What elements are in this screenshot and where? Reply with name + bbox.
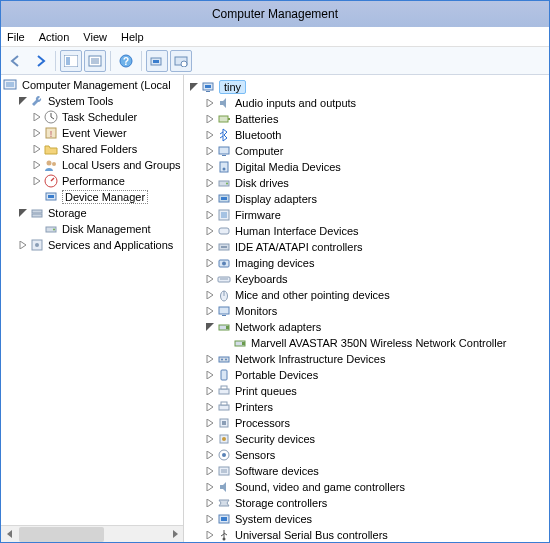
- collapse-icon[interactable]: [17, 207, 29, 219]
- tree-shared-folders[interactable]: Shared Folders: [3, 141, 183, 157]
- expand-icon[interactable]: [204, 369, 216, 381]
- expand-icon[interactable]: [204, 209, 216, 221]
- device-category[interactable]: Storage controllers: [186, 495, 549, 511]
- device-root[interactable]: tiny: [186, 79, 549, 95]
- expand-icon[interactable]: [204, 385, 216, 397]
- expand-icon[interactable]: [17, 239, 29, 251]
- device-category[interactable]: Digital Media Devices: [186, 159, 549, 175]
- expand-icon[interactable]: [204, 193, 216, 205]
- expand-icon[interactable]: [204, 465, 216, 477]
- device-category[interactable]: IDE ATA/ATAPI controllers: [186, 239, 549, 255]
- horizontal-scrollbar[interactable]: [1, 525, 183, 542]
- menu-help[interactable]: Help: [121, 31, 144, 43]
- device-category[interactable]: Portable Devices: [186, 367, 549, 383]
- tree-event-viewer[interactable]: ! Event Viewer: [3, 125, 183, 141]
- expand-icon[interactable]: [204, 417, 216, 429]
- help-button[interactable]: ?: [115, 50, 137, 72]
- device-category[interactable]: Display adapters: [186, 191, 549, 207]
- device-tree[interactable]: tiny Audio inputs and outputsBatteriesBl…: [184, 77, 549, 542]
- expand-icon[interactable]: [204, 353, 216, 365]
- device-category[interactable]: Human Interface Devices: [186, 223, 549, 239]
- expand-icon[interactable]: [204, 305, 216, 317]
- expand-icon[interactable]: [31, 111, 43, 123]
- category-icon: [216, 191, 232, 207]
- device-category[interactable]: Bluetooth: [186, 127, 549, 143]
- expand-icon[interactable]: [204, 145, 216, 157]
- device-category[interactable]: Disk drives: [186, 175, 549, 191]
- svg-point-18: [52, 162, 56, 166]
- device-category[interactable]: Audio inputs and outputs: [186, 95, 549, 111]
- collapse-icon[interactable]: [204, 321, 216, 333]
- device-category[interactable]: Batteries: [186, 111, 549, 127]
- menu-file[interactable]: File: [7, 31, 25, 43]
- expand-icon[interactable]: [31, 159, 43, 171]
- svg-point-27: [35, 243, 39, 247]
- expand-icon[interactable]: [204, 529, 216, 541]
- toolbar-extra-button[interactable]: [170, 50, 192, 72]
- expand-icon[interactable]: [31, 127, 43, 139]
- console-tree[interactable]: Computer Management (Local System Tools …: [1, 75, 183, 525]
- tree-label: Computer Management (Local: [22, 79, 171, 91]
- device-category[interactable]: Imaging devices: [186, 255, 549, 271]
- expand-icon[interactable]: [204, 241, 216, 253]
- collapse-icon[interactable]: [188, 81, 200, 93]
- scroll-thumb[interactable]: [19, 527, 104, 542]
- device-category[interactable]: Universal Serial Bus controllers: [186, 527, 549, 542]
- scroll-left-icon[interactable]: [1, 526, 18, 543]
- tree-system-tools[interactable]: System Tools: [3, 93, 183, 109]
- device-category[interactable]: Printers: [186, 399, 549, 415]
- expand-icon[interactable]: [31, 175, 43, 187]
- expand-icon[interactable]: [31, 143, 43, 155]
- tree-storage[interactable]: Storage: [3, 205, 183, 221]
- tree-device-manager[interactable]: Device Manager: [3, 189, 183, 205]
- device-category[interactable]: Network adapters: [186, 319, 549, 335]
- expand-icon[interactable]: [204, 433, 216, 445]
- users-icon: [43, 157, 59, 173]
- device-category[interactable]: Security devices: [186, 431, 549, 447]
- device-category[interactable]: Mice and other pointing devices: [186, 287, 549, 303]
- device-category[interactable]: Keyboards: [186, 271, 549, 287]
- device-category[interactable]: Monitors: [186, 303, 549, 319]
- expand-icon[interactable]: [204, 289, 216, 301]
- tree-task-scheduler[interactable]: Task Scheduler: [3, 109, 183, 125]
- tree-disk-management[interactable]: Disk Management: [3, 221, 183, 237]
- expand-icon[interactable]: [204, 97, 216, 109]
- expand-icon[interactable]: [204, 497, 216, 509]
- collapse-icon[interactable]: [17, 95, 29, 107]
- device-category[interactable]: Computer: [186, 143, 549, 159]
- expand-icon[interactable]: [204, 481, 216, 493]
- performance-icon: [43, 173, 59, 189]
- forward-button[interactable]: [29, 50, 51, 72]
- show-hide-tree-button[interactable]: [60, 50, 82, 72]
- device-category[interactable]: System devices: [186, 511, 549, 527]
- expand-icon[interactable]: [204, 513, 216, 525]
- menu-view[interactable]: View: [83, 31, 107, 43]
- scroll-right-icon[interactable]: [166, 526, 183, 543]
- device-category[interactable]: Firmware: [186, 207, 549, 223]
- expand-icon[interactable]: [204, 225, 216, 237]
- expand-icon[interactable]: [204, 257, 216, 269]
- tree-performance[interactable]: Performance: [3, 173, 183, 189]
- device-category[interactable]: Sound, video and game controllers: [186, 479, 549, 495]
- device-category[interactable]: Processors: [186, 415, 549, 431]
- clock-icon: [43, 109, 59, 125]
- properties-button[interactable]: [84, 50, 106, 72]
- back-button[interactable]: [5, 50, 27, 72]
- device-item[interactable]: Marvell AVASTAR 350N Wireless Network Co…: [186, 335, 549, 351]
- expand-icon[interactable]: [204, 273, 216, 285]
- expand-icon[interactable]: [204, 449, 216, 461]
- device-category[interactable]: Print queues: [186, 383, 549, 399]
- menu-action[interactable]: Action: [39, 31, 70, 43]
- device-category[interactable]: Network Infrastructure Devices: [186, 351, 549, 367]
- expand-icon[interactable]: [204, 161, 216, 173]
- tree-services-apps[interactable]: Services and Applications: [3, 237, 183, 253]
- device-category[interactable]: Software devices: [186, 463, 549, 479]
- tree-root[interactable]: Computer Management (Local: [3, 77, 183, 93]
- device-category[interactable]: Sensors: [186, 447, 549, 463]
- expand-icon[interactable]: [204, 113, 216, 125]
- expand-icon[interactable]: [204, 129, 216, 141]
- expand-icon[interactable]: [204, 177, 216, 189]
- expand-icon[interactable]: [204, 401, 216, 413]
- tree-local-users[interactable]: Local Users and Groups: [3, 157, 183, 173]
- scan-hardware-button[interactable]: [146, 50, 168, 72]
